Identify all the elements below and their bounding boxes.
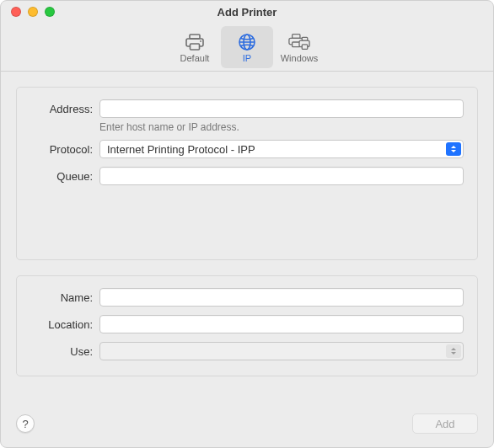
globe-icon [236, 33, 258, 51]
content-area: Address: Enter host name or IP address. … [1, 72, 493, 400]
use-label: Use: [30, 345, 93, 358]
add-button[interactable]: Add [412, 413, 478, 434]
tab-default[interactable]: Default [169, 26, 221, 68]
tab-windows-label: Windows [281, 53, 319, 63]
footer: ? Add [1, 400, 493, 447]
location-input[interactable] [99, 315, 464, 333]
add-printer-window: Add Printer Default [0, 0, 494, 448]
address-input[interactable] [99, 99, 464, 118]
tab-windows[interactable]: Windows [273, 26, 325, 68]
connection-panel: Address: Enter host name or IP address. … [16, 87, 478, 260]
use-select[interactable] [99, 342, 464, 360]
chevron-up-down-icon [446, 344, 461, 358]
svg-rect-11 [302, 37, 308, 40]
queue-input[interactable] [99, 167, 464, 185]
window-title: Add Printer [1, 6, 493, 19]
tab-ip[interactable]: IP [221, 26, 273, 68]
svg-rect-8 [293, 34, 300, 38]
name-input[interactable] [99, 288, 464, 307]
address-hint: Enter host name or IP address. [99, 121, 464, 133]
protocol-select[interactable]: Internet Printing Protocol - IPP [99, 140, 464, 158]
titlebar: Add Printer [1, 1, 493, 23]
toolbar-segment: Default IP [169, 26, 325, 68]
toolbar: Default IP [1, 23, 493, 72]
protocol-value: Internet Printing Protocol - IPP [107, 143, 255, 156]
help-button[interactable]: ? [16, 414, 35, 433]
protocol-label: Protocol: [30, 143, 93, 156]
location-label: Location: [30, 318, 93, 331]
windows-printer-icon [288, 33, 310, 51]
svg-rect-2 [191, 44, 200, 50]
tab-ip-label: IP [243, 53, 251, 63]
svg-rect-12 [302, 44, 308, 49]
address-label: Address: [30, 103, 93, 115]
svg-point-3 [200, 40, 201, 42]
name-label: Name: [30, 291, 93, 304]
tab-default-label: Default [180, 53, 210, 63]
chevron-up-down-icon [446, 142, 461, 156]
help-icon: ? [22, 418, 28, 430]
queue-label: Queue: [30, 170, 93, 183]
printer-details-panel: Name: Location: Use: [16, 275, 478, 376]
add-button-label: Add [435, 418, 454, 430]
printer-icon [184, 33, 206, 51]
